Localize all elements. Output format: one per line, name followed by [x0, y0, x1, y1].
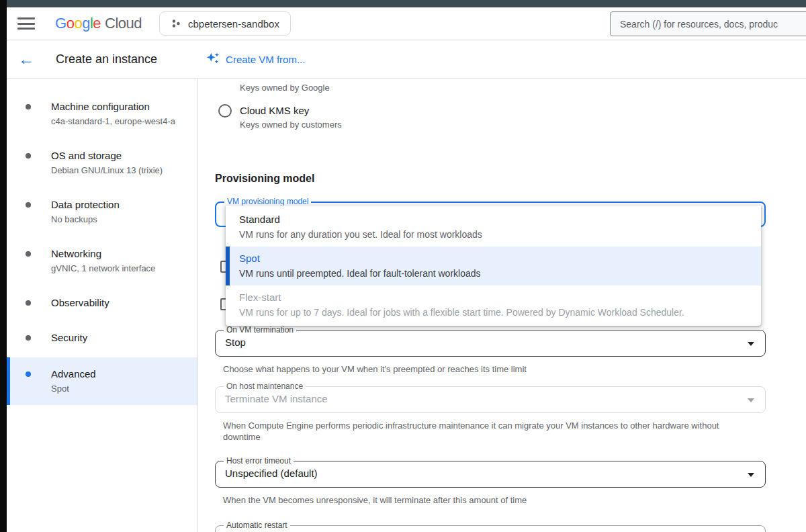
sidebar-item-networking[interactable]: Networking gVNIC, 1 network interface — [7, 244, 197, 278]
project-name: cbpetersen-sandbox — [188, 18, 279, 30]
radio-unchecked-icon[interactable] — [218, 104, 232, 118]
project-selector-button[interactable]: cbpetersen-sandbox — [159, 11, 291, 36]
cloud-kms-key-label: Cloud KMS key — [240, 103, 342, 118]
sidebar-item-label: Security — [51, 330, 87, 345]
dropdown-option-standard[interactable]: Standard VM runs for any duration you se… — [226, 208, 761, 247]
sidebar-item-security[interactable]: Security — [7, 328, 197, 348]
cloud-kms-key-sub: Keys owned by customers — [240, 118, 342, 132]
on-vm-termination-helper: Choose what happens to your VM when it's… — [223, 363, 806, 375]
sidebar-item-sub: gVNIC, 1 network interface — [51, 261, 155, 275]
top-accent-bar — [7, 0, 806, 7]
option-desc: VM runs until preempted. Ideal for fault… — [239, 266, 748, 281]
sidebar-item-machine-configuration[interactable]: Machine configuration c4a-standard-1, eu… — [7, 97, 197, 131]
sidebar-item-sub: Debian GNU/Linux 13 (trixie) — [51, 163, 163, 177]
google-cloud-logo[interactable]: Google Cloud — [55, 15, 142, 32]
vm-provisioning-model-select[interactable]: VM provisioning model Standard VM runs f… — [215, 202, 766, 227]
dropdown-caret-icon — [748, 473, 754, 477]
step-bullet-icon — [26, 104, 31, 109]
steps-sidebar: Machine configuration c4a-standard-1, eu… — [7, 79, 198, 532]
logo-cloud-text: Cloud — [105, 15, 142, 32]
on-vm-termination-value: Stop — [225, 337, 246, 348]
sidebar-item-label: Advanced — [51, 367, 96, 382]
step-bullet-icon — [26, 202, 31, 208]
host-error-timeout-value: Unspecified (default) — [225, 468, 318, 479]
option-title: Flex-start — [239, 290, 748, 305]
sidebar-item-sub: No backups — [51, 212, 120, 226]
sidebar-item-label: Networking — [51, 247, 155, 261]
main-panel: Keys owned by Google Cloud KMS key Keys … — [199, 79, 806, 532]
sidebar-item-sub: c4a-standard-1, europe-west4-a — [51, 114, 175, 128]
step-bullet-icon — [26, 153, 31, 159]
menu-icon[interactable] — [17, 17, 35, 30]
logo-google-text: Google — [55, 15, 101, 32]
gcp-console-page: Google Cloud cbpetersen-sandbox ← Create… — [0, 0, 806, 532]
step-bullet-icon — [26, 335, 31, 341]
gemini-sparkle-icon — [206, 52, 220, 66]
step-bullet-icon — [26, 251, 31, 257]
top-app-bar: Google Cloud cbpetersen-sandbox — [7, 7, 806, 40]
automatic-restart-label: Automatic restart — [224, 521, 290, 531]
provisioning-model-dropdown: Standard VM runs for any duration you se… — [226, 206, 761, 326]
provisioning-model-heading: Provisioning model — [215, 172, 806, 185]
option-title: Standard — [239, 212, 748, 227]
create-vm-from-button[interactable]: Create VM from... — [206, 52, 305, 66]
option-desc: VM runs for any duration you set. Ideal … — [239, 227, 748, 242]
cloud-kms-key-option[interactable]: Cloud KMS key Keys owned by customers — [215, 103, 806, 132]
search-input[interactable] — [610, 11, 806, 36]
sidebar-item-label: Observability — [51, 296, 109, 310]
on-vm-termination-label: On VM termination — [224, 325, 296, 335]
dropdown-option-spot[interactable]: Spot VM runs until preempted. Ideal for … — [226, 247, 761, 285]
google-managed-key-sub: Keys owned by Google — [240, 83, 806, 93]
back-arrow-icon[interactable]: ← — [18, 51, 36, 67]
page-title: Create an instance — [56, 52, 157, 66]
host-error-timeout-helper: When the VM becomes unresponsive, it wil… — [223, 494, 806, 506]
step-bullet-icon — [26, 300, 31, 306]
page-header: ← Create an instance Create VM from... — [7, 40, 806, 79]
on-host-maintenance-label: On host maintenance — [224, 382, 306, 392]
project-icon — [171, 18, 181, 29]
step-bullet-icon — [26, 371, 31, 377]
host-error-timeout-label: Host error timeout — [224, 456, 294, 466]
sidebar-item-label: Machine configuration — [51, 99, 175, 114]
create-vm-from-label: Create VM from... — [226, 54, 305, 65]
option-desc: VM runs for up to 7 days. Ideal for jobs… — [239, 305, 748, 320]
on-host-maintenance-value: Terminate VM instance — [225, 393, 328, 404]
sidebar-item-os-and-storage[interactable]: OS and storage Debian GNU/Linux 13 (trix… — [7, 146, 197, 180]
host-error-timeout-select[interactable]: Host error timeout Unspecified (default) — [215, 461, 766, 488]
sidebar-item-observability[interactable]: Observability — [7, 293, 197, 313]
option-title: Spot — [239, 251, 748, 266]
dropdown-caret-icon — [748, 398, 754, 402]
on-vm-termination-select[interactable]: On VM termination Stop — [215, 330, 766, 357]
on-host-maintenance-select: On host maintenance Terminate VM instanc… — [215, 386, 766, 413]
sidebar-item-advanced[interactable]: Advanced Spot — [7, 357, 197, 405]
dropdown-caret-icon — [748, 342, 754, 346]
sidebar-item-label: Data protection — [51, 197, 120, 212]
on-host-maintenance-helper: When Compute Engine performs periodic in… — [223, 420, 744, 443]
sidebar-item-data-protection[interactable]: Data protection No backups — [7, 195, 197, 229]
automatic-restart-select[interactable]: Automatic restart Off — [215, 525, 766, 532]
sidebar-item-sub: Spot — [51, 382, 96, 396]
sidebar-item-label: OS and storage — [51, 148, 163, 163]
dropdown-option-flex-start[interactable]: Flex-start VM runs for up to 7 days. Ide… — [226, 285, 761, 324]
background-window-edge — [0, 0, 7, 532]
